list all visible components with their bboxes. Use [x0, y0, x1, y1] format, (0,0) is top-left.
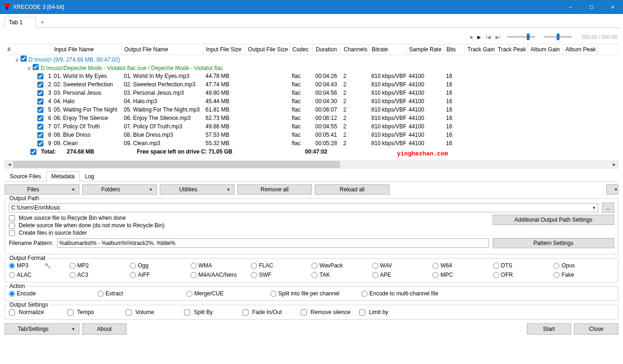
format-mpc[interactable]: MPC [432, 272, 493, 278]
setting-tempo[interactable]: Tempo [67, 309, 126, 315]
format-wma[interactable]: WMA [191, 262, 251, 269]
utilities-button[interactable]: Utilities▼ [160, 184, 234, 195]
setting-normalize[interactable]: Normalize [9, 309, 67, 315]
format-w64[interactable]: W64 [432, 262, 493, 269]
format-swf[interactable]: SWF [251, 272, 312, 278]
col-isize[interactable]: Input File Size [203, 44, 245, 55]
format-ac3[interactable]: AC3 [70, 272, 130, 278]
folder-row[interactable]: ∨D:\music\ (9/9, 274.68 MB, 00:47:02) [5, 55, 618, 63]
track-row[interactable]: 1 01. World In My Eyes 01. World In My E… [5, 72, 618, 80]
col-num[interactable]: # [5, 44, 51, 55]
gear-icon[interactable]: 🔧 [44, 263, 51, 269]
col-chan[interactable]: Channels [341, 44, 369, 55]
add-tab-button[interactable]: + [36, 17, 49, 28]
format-ofr[interactable]: OFR [493, 272, 554, 278]
tab-metadata[interactable]: Metadata [46, 171, 80, 182]
scroll-thumb[interactable] [13, 161, 340, 168]
cue-check[interactable] [33, 64, 39, 70]
format-wavpack[interactable]: WavPack [312, 262, 372, 269]
tab-settings-button[interactable]: Tab/Settings▼ [5, 323, 79, 335]
format-ogg[interactable]: Ogg [130, 262, 191, 269]
folder-check[interactable] [21, 56, 27, 62]
browse-button[interactable]: ... [602, 203, 614, 213]
close-button[interactable]: ✕ [602, 0, 623, 14]
pattern-settings-button[interactable]: Pattern Settings [493, 238, 614, 248]
format-ape[interactable]: APE [372, 272, 433, 278]
start-button[interactable]: Start [527, 323, 571, 335]
folders-button[interactable]: Folders▼ [82, 184, 157, 195]
col-osize[interactable]: Output File Size [245, 44, 290, 55]
h-scrollbar[interactable]: ◀ ▶ [5, 161, 618, 168]
format-mp3[interactable]: MP3🔧 [9, 262, 70, 269]
format-fake[interactable]: Fake [553, 272, 614, 278]
track-row[interactable]: 3 03. Personal Jesus 03. Personal Jesus.… [5, 89, 618, 97]
total-check[interactable] [30, 149, 36, 155]
maximize-button[interactable]: ☐ [581, 0, 602, 14]
scroll-left-icon[interactable]: ◀ [5, 161, 13, 168]
prev-icon[interactable]: I◀ [485, 35, 492, 40]
files-button[interactable]: Files▼ [5, 184, 79, 195]
format-aiff[interactable]: AIFF [130, 272, 191, 278]
track-row[interactable]: 9 09. Clean 09. Clean.mp3 55.32 MB flac … [5, 139, 618, 147]
collapse-icon[interactable]: ∨ [14, 56, 20, 63]
collapse-icon[interactable]: ∨ [26, 65, 32, 71]
action-encode[interactable]: Encode [9, 290, 98, 297]
track-check[interactable] [37, 73, 43, 79]
pattern-input[interactable] [57, 238, 489, 248]
action-extract[interactable]: Extract [98, 290, 186, 297]
format-mp2[interactable]: MP2 [70, 262, 130, 269]
format-flac[interactable]: FLAC [251, 262, 312, 269]
col-dur[interactable]: Duration [313, 44, 341, 55]
setting-limit-by[interactable]: Limit by [359, 309, 418, 315]
setting-split-by[interactable]: Split By [184, 309, 242, 315]
col-input[interactable]: Input File Name [51, 44, 121, 55]
format-opus[interactable]: Opus [553, 262, 614, 269]
minimize-button[interactable]: ─ [560, 0, 581, 14]
col-ag[interactable]: Album Gain [528, 44, 563, 55]
setting-remove-silence[interactable]: Remove silence [301, 309, 359, 315]
about-button[interactable]: About [82, 323, 127, 335]
format-dts[interactable]: DTS [493, 262, 554, 269]
action-encode-to-multi-channel-file[interactable]: Encode to multi-channel file [361, 290, 455, 297]
track-row[interactable]: 5 05. Waiting For The Night 05. Waiting … [5, 105, 618, 114]
format-tak[interactable]: TAK [312, 272, 372, 278]
scroll-right-icon[interactable]: ▶ [610, 161, 618, 168]
col-codec[interactable]: Codec [290, 44, 313, 55]
col-sr[interactable]: Sample Rate [406, 44, 444, 55]
col-tg[interactable]: Track Gain [465, 44, 495, 55]
next-icon[interactable]: ▶I [495, 35, 502, 40]
setting-fade-in-out[interactable]: Fade In/Out [242, 309, 301, 315]
create-in-source-check[interactable] [9, 230, 15, 236]
track-check[interactable] [37, 115, 43, 121]
close-app-button[interactable]: Close [574, 323, 618, 335]
remove-all-button[interactable]: Remove all [237, 184, 312, 195]
menu-button[interactable]: ▼ [606, 184, 618, 195]
track-check[interactable] [37, 82, 43, 88]
col-ap[interactable]: Album Peak [563, 44, 598, 55]
format-wav[interactable]: WAV [372, 262, 433, 269]
reload-all-button[interactable]: Reload all [315, 184, 389, 195]
tab-source[interactable]: Source Files [5, 171, 46, 181]
volume-slider[interactable] [507, 36, 535, 38]
track-check[interactable] [37, 140, 43, 147]
tab-1[interactable]: Tab 1 [5, 17, 36, 28]
format-alac[interactable]: ALAC [9, 272, 70, 278]
balance-slider[interactable] [544, 36, 572, 38]
delete-source-check[interactable] [9, 223, 15, 229]
move-recycle-check[interactable] [9, 215, 15, 221]
track-row[interactable]: 6 06. Enjoy The Silence 06. Enjoy The Si… [5, 114, 618, 122]
output-path-input[interactable]: C:\Users\Erix\Music▼ [9, 203, 598, 212]
col-bits[interactable]: Bits [444, 44, 465, 55]
track-check[interactable] [37, 98, 43, 105]
tab-log[interactable]: Log [80, 171, 99, 181]
cue-row[interactable]: ∨D:\music\Depeche Mode - Violator.flac.c… [5, 63, 618, 72]
action-merge-cue[interactable]: Merge/CUE [186, 290, 270, 297]
track-check[interactable] [37, 124, 43, 130]
additional-settings-button[interactable]: Additional Output Path Settings [493, 215, 614, 225]
track-check[interactable] [37, 107, 43, 113]
col-output[interactable]: Output File Name [121, 44, 203, 55]
stop-icon[interactable]: ■ [469, 35, 474, 40]
format-m4aaacnero[interactable]: M4A/AAC/Nero [191, 272, 251, 278]
play-icon[interactable]: ▶ [476, 35, 482, 40]
track-row[interactable]: 8 08. Blue Dress 08. Blue Dress.mp3 57.5… [5, 131, 618, 139]
